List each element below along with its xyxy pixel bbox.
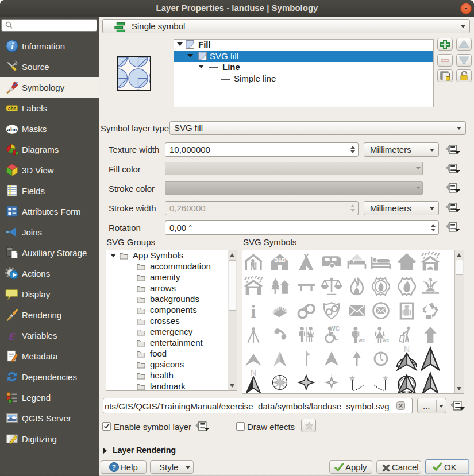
svg-text:abc: abc bbox=[8, 106, 17, 111]
svg-text:B&B: B&B bbox=[274, 257, 286, 263]
svg-text:wc: wc bbox=[382, 338, 390, 343]
svg-text:abc: abc bbox=[7, 126, 17, 133]
svg-text:?: ? bbox=[112, 463, 116, 471]
svg-text:i: i bbox=[251, 301, 256, 322]
svg-text:wc: wc bbox=[358, 338, 365, 343]
svg-text:ε: ε bbox=[9, 328, 16, 342]
svg-text:i: i bbox=[11, 41, 14, 52]
